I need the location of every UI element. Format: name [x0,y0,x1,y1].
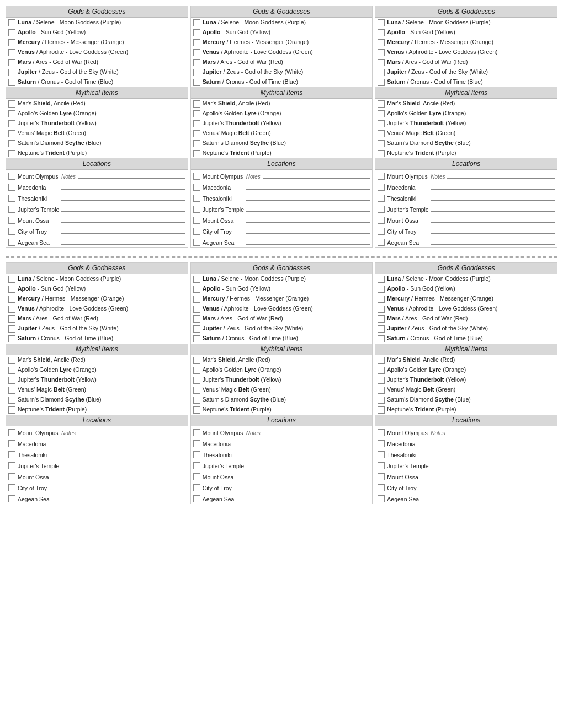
checkbox[interactable] [8,484,15,491]
checkbox[interactable] [193,406,200,414]
checkbox[interactable] [193,150,200,157]
checkbox[interactable] [193,429,200,436]
checkbox[interactable] [8,397,15,404]
checkbox[interactable] [378,228,385,235]
checkbox[interactable] [193,140,200,147]
checkbox[interactable] [378,69,385,76]
checkbox[interactable] [193,335,200,342]
checkbox[interactable] [8,173,15,180]
checkbox[interactable] [8,79,15,86]
checkbox[interactable] [193,484,200,491]
checkbox[interactable] [8,357,15,364]
checkbox[interactable] [193,120,200,127]
checkbox[interactable] [193,367,200,374]
checkbox[interactable] [378,377,385,384]
checkbox[interactable] [193,473,200,480]
checkbox[interactable] [8,206,15,213]
checkbox[interactable] [8,239,15,246]
checkbox[interactable] [8,367,15,374]
checkbox[interactable] [193,286,200,293]
checkbox[interactable] [8,140,15,147]
checkbox[interactable] [193,377,200,384]
checkbox[interactable] [378,49,385,56]
checkbox[interactable] [193,217,200,224]
checkbox[interactable] [193,19,200,26]
checkbox[interactable] [193,184,200,191]
checkbox[interactable] [8,130,15,137]
checkbox[interactable] [193,130,200,137]
checkbox[interactable] [8,286,15,293]
checkbox[interactable] [378,140,385,147]
checkbox[interactable] [8,120,15,127]
checkbox[interactable] [378,59,385,66]
checkbox[interactable] [193,49,200,56]
checkbox[interactable] [8,325,15,333]
checkbox[interactable] [193,39,200,46]
checkbox[interactable] [378,367,385,374]
checkbox[interactable] [8,462,15,469]
checkbox[interactable] [378,130,385,137]
checkbox[interactable] [8,184,15,191]
checkbox[interactable] [378,286,385,293]
checkbox[interactable] [378,462,385,469]
checkbox[interactable] [193,357,200,364]
checkbox[interactable] [8,39,15,46]
checkbox[interactable] [378,451,385,458]
checkbox[interactable] [8,150,15,157]
checkbox[interactable] [193,79,200,86]
checkbox[interactable] [8,195,15,202]
checkbox[interactable] [8,377,15,384]
checkbox[interactable] [378,306,385,313]
checkbox[interactable] [193,440,200,447]
checkbox[interactable] [193,397,200,404]
checkbox[interactable] [378,100,385,108]
checkbox[interactable] [193,228,200,235]
checkbox[interactable] [8,276,15,283]
checkbox[interactable] [193,69,200,76]
checkbox[interactable] [193,495,200,502]
checkbox[interactable] [8,429,15,436]
checkbox[interactable] [378,276,385,283]
checkbox[interactable] [193,306,200,313]
checkbox[interactable] [378,239,385,246]
checkbox[interactable] [193,239,200,246]
checkbox[interactable] [8,473,15,480]
checkbox[interactable] [378,484,385,491]
checkbox[interactable] [193,296,200,303]
checkbox[interactable] [8,315,15,323]
checkbox[interactable] [193,100,200,108]
checkbox[interactable] [8,387,15,394]
checkbox[interactable] [8,29,15,36]
checkbox[interactable] [378,335,385,342]
checkbox[interactable] [8,495,15,502]
checkbox[interactable] [378,39,385,46]
checkbox[interactable] [193,315,200,323]
checkbox[interactable] [378,495,385,502]
checkbox[interactable] [193,276,200,283]
checkbox[interactable] [8,49,15,56]
checkbox[interactable] [378,184,385,191]
checkbox[interactable] [378,173,385,180]
checkbox[interactable] [378,195,385,202]
checkbox[interactable] [378,387,385,394]
checkbox[interactable] [378,29,385,36]
checkbox[interactable] [378,120,385,127]
checkbox[interactable] [8,19,15,26]
checkbox[interactable] [378,429,385,436]
checkbox[interactable] [378,79,385,86]
checkbox[interactable] [378,406,385,414]
checkbox[interactable] [193,29,200,36]
checkbox[interactable] [378,315,385,323]
checkbox[interactable] [193,195,200,202]
checkbox[interactable] [378,440,385,447]
checkbox[interactable] [8,440,15,447]
checkbox[interactable] [8,406,15,414]
checkbox[interactable] [378,150,385,157]
checkbox[interactable] [8,110,15,117]
checkbox[interactable] [8,228,15,235]
checkbox[interactable] [193,462,200,469]
checkbox[interactable] [378,217,385,224]
checkbox[interactable] [193,59,200,66]
checkbox[interactable] [8,100,15,108]
checkbox[interactable] [193,387,200,394]
